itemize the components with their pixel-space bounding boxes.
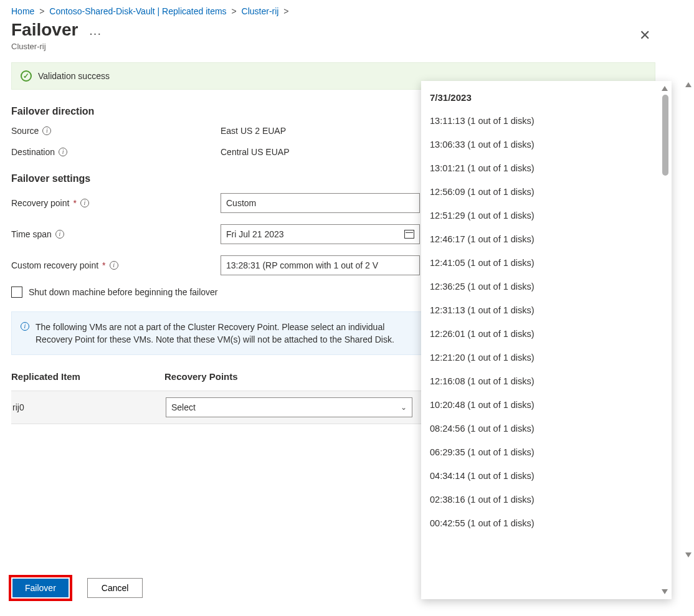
- dropdown-item[interactable]: 13:11:13 (1 out of 1 disks): [421, 109, 672, 133]
- scroll-up-icon[interactable]: [662, 86, 668, 91]
- dropdown-item[interactable]: 13:01:21 (1 out of 1 disks): [421, 156, 672, 180]
- info-icon[interactable]: [59, 148, 67, 156]
- source-label: Source: [11, 126, 39, 136]
- close-icon[interactable]: ✕: [634, 25, 655, 46]
- failover-button[interactable]: Failover: [12, 579, 69, 597]
- page-subtitle: Cluster-rij: [11, 42, 102, 51]
- success-check-icon: [21, 70, 32, 82]
- info-panel: The following VMs are not a part of the …: [11, 311, 422, 356]
- dropdown-item[interactable]: 12:51:29 (1 out of 1 disks): [421, 204, 672, 227]
- breadcrumb: Home > Contoso-Shared-Disk-Vault | Repli…: [11, 6, 655, 16]
- chevron-right-icon: >: [232, 6, 237, 16]
- failover-button-highlight: Failover: [9, 575, 72, 601]
- info-icon[interactable]: [110, 261, 118, 270]
- required-asterisk: *: [73, 198, 76, 208]
- recovery-point-label: Recovery point: [11, 198, 69, 208]
- info-icon[interactable]: [80, 199, 89, 207]
- info-panel-text: The following VMs are not a part of the …: [36, 321, 413, 346]
- custom-recovery-point-label: Custom recovery point: [11, 260, 98, 270]
- scroll-up-icon[interactable]: [685, 82, 692, 87]
- dropdown-item[interactable]: 12:16:08 (1 out of 1 disks): [421, 369, 672, 393]
- dropdown-item[interactable]: 13:06:33 (1 out of 1 disks): [421, 133, 672, 156]
- dropdown-item[interactable]: 12:41:05 (1 out of 1 disks): [421, 251, 672, 275]
- shutdown-checkbox[interactable]: [11, 287, 22, 298]
- chevron-right-icon: >: [283, 6, 288, 16]
- more-actions-icon[interactable]: ···: [89, 26, 102, 40]
- dropdown-date-header: 7/31/2023: [421, 90, 672, 109]
- validation-message: Validation success: [38, 71, 110, 81]
- custom-recovery-point-value: 13:28:31 (RP common with 1 out of 2 V: [226, 260, 378, 270]
- dropdown-item[interactable]: 08:24:56 (1 out of 1 disks): [421, 417, 672, 440]
- dropdown-item[interactable]: 12:31:13 (1 out of 1 disks): [421, 298, 672, 322]
- recovery-point-dropdown-list: 7/31/2023 13:11:13 (1 out of 1 disks)13:…: [421, 81, 672, 599]
- source-value: East US 2 EUAP: [221, 126, 286, 136]
- dropdown-item[interactable]: 12:56:09 (1 out of 1 disks): [421, 180, 672, 204]
- destination-value: Central US EUAP: [221, 147, 289, 157]
- chevron-right-icon: >: [39, 6, 44, 16]
- shutdown-label: Shut down machine before beginning the f…: [29, 287, 218, 297]
- dropdown-item[interactable]: 06:29:35 (1 out of 1 disks): [421, 440, 672, 464]
- dropdown-item[interactable]: 12:21:20 (1 out of 1 disks): [421, 346, 672, 369]
- custom-recovery-point-select[interactable]: 13:28:31 (RP common with 1 out of 2 V: [221, 255, 420, 275]
- table-header-replicated-item: Replicated Item: [11, 371, 164, 382]
- dropdown-item[interactable]: 10:20:48 (1 out of 1 disks): [421, 393, 672, 417]
- dropdown-scrollbar[interactable]: [659, 83, 670, 597]
- timespan-label: Time span: [11, 229, 52, 239]
- info-icon: [21, 322, 29, 331]
- chevron-down-icon: ⌄: [401, 403, 407, 412]
- scroll-down-icon[interactable]: [685, 552, 692, 557]
- dropdown-item[interactable]: 12:46:17 (1 out of 1 disks): [421, 227, 672, 251]
- breadcrumb-link-home[interactable]: Home: [11, 6, 34, 16]
- timespan-date-input[interactable]: Fri Jul 21 2023: [221, 224, 420, 244]
- scroll-down-icon[interactable]: [662, 589, 668, 594]
- scroll-thumb[interactable]: [662, 95, 668, 176]
- cancel-button[interactable]: Cancel: [87, 578, 143, 598]
- recovery-point-select[interactable]: Custom: [221, 193, 420, 213]
- required-asterisk: *: [102, 260, 105, 270]
- page-scrollbar[interactable]: [683, 81, 694, 559]
- breadcrumb-link-vault[interactable]: Contoso-Shared-Disk-Vault | Replicated i…: [49, 6, 226, 16]
- timespan-value: Fri Jul 21 2023: [226, 229, 284, 239]
- recovery-point-value: Custom: [226, 198, 256, 208]
- table-cell-item: rij0: [12, 402, 166, 412]
- dropdown-item[interactable]: 02:38:16 (1 out of 1 disks): [421, 488, 672, 511]
- recovery-point-row-select[interactable]: Select ⌄: [166, 397, 412, 417]
- dropdown-item[interactable]: 00:42:55 (1 out of 1 disks): [421, 511, 672, 535]
- breadcrumb-link-cluster[interactable]: Cluster-rij: [242, 6, 279, 16]
- info-icon[interactable]: [42, 126, 51, 135]
- calendar-icon: [404, 230, 414, 239]
- dropdown-item[interactable]: 04:34:14 (1 out of 1 disks): [421, 464, 672, 488]
- dropdown-item[interactable]: 12:26:01 (1 out of 1 disks): [421, 322, 672, 346]
- dropdown-item[interactable]: 12:36:25 (1 out of 1 disks): [421, 275, 672, 298]
- recovery-point-row-value: Select: [171, 402, 196, 412]
- page-title: Failover: [11, 20, 78, 40]
- info-icon[interactable]: [55, 230, 64, 239]
- destination-label: Destination: [11, 147, 55, 157]
